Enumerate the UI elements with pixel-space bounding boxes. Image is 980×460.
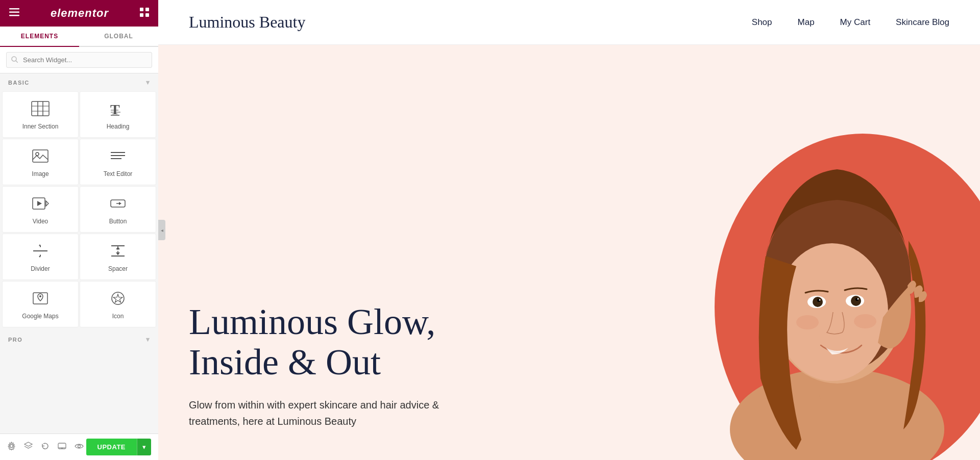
svg-point-40	[39, 295, 41, 297]
widget-button-label: Button	[109, 218, 127, 225]
svg-marker-43	[24, 442, 32, 446]
svg-rect-46	[61, 448, 63, 449]
svg-point-19	[36, 152, 39, 156]
svg-point-47	[78, 445, 81, 447]
svg-point-54	[813, 297, 823, 307]
widget-inner-section[interactable]: Inner Section	[2, 91, 79, 138]
svg-rect-0	[9, 8, 19, 10]
nav-link-blog[interactable]: Skincare Blog	[896, 17, 949, 27]
svg-marker-31	[39, 244, 41, 246]
hero-subtitle: Glow from within with expert skincare an…	[189, 397, 475, 429]
widget-divider-label: Divider	[31, 265, 50, 272]
widget-icon[interactable]: Icon	[80, 281, 156, 327]
widget-heading-label: Heading	[107, 123, 130, 130]
section-basic-label[interactable]: BASIC ▾	[0, 73, 158, 90]
layers-icon[interactable]	[24, 442, 33, 452]
site-preview: Luminous Beauty Shop Map My Cart Skincar…	[158, 0, 980, 460]
widget-spacer-label: Spacer	[108, 265, 128, 272]
woman-image	[694, 62, 980, 460]
svg-rect-18	[33, 150, 48, 162]
chevron-down-icon: ▾	[146, 79, 151, 86]
widget-text-editor-label: Text Editor	[104, 170, 133, 177]
search-icon	[11, 56, 18, 64]
widget-video[interactable]: Video	[2, 186, 79, 233]
svg-marker-28	[119, 202, 121, 205]
tab-elements[interactable]: ELEMENTS	[0, 27, 79, 47]
svg-rect-4	[145, 8, 149, 11]
responsive-icon[interactable]	[58, 442, 66, 452]
button-icon	[109, 196, 127, 214]
grid-icon[interactable]	[140, 8, 149, 19]
spacer-icon	[109, 243, 127, 261]
hero-image-area	[633, 45, 980, 460]
history-icon[interactable]	[41, 442, 50, 452]
svg-point-60	[857, 298, 859, 300]
hamburger-icon[interactable]	[9, 8, 19, 19]
widget-video-label: Video	[33, 218, 48, 225]
widget-text-editor[interactable]: Text Editor	[80, 139, 156, 185]
panel-bottom-bar: UPDATE ▾	[0, 433, 158, 460]
tab-global[interactable]: GLOBAL	[79, 27, 158, 46]
section-pro-text: PRO	[8, 337, 22, 343]
svg-marker-38	[116, 252, 120, 255]
elementor-panel: elementor ELEMENTS GLOBAL B	[0, 0, 158, 460]
svg-rect-2	[9, 15, 19, 16]
image-icon	[32, 148, 49, 166]
svg-marker-37	[116, 247, 120, 249]
nav-link-cart[interactable]: My Cart	[840, 17, 871, 27]
svg-text:T: T	[110, 101, 120, 116]
svg-point-61	[796, 315, 819, 329]
section-basic-text: BASIC	[8, 80, 30, 86]
svg-point-42	[10, 445, 13, 448]
svg-rect-9	[32, 101, 49, 116]
google-maps-icon	[32, 291, 49, 309]
svg-rect-39	[33, 293, 47, 304]
update-button-group: UPDATE ▾	[86, 439, 151, 455]
inner-section-icon	[31, 101, 50, 119]
panel-collapse-handle[interactable]: ◂	[158, 220, 165, 240]
svg-rect-1	[9, 11, 19, 13]
widget-heading[interactable]: T Heading	[80, 91, 156, 138]
hero-section: Luminous Glow, Inside & Out Glow from wi…	[158, 45, 980, 460]
svg-point-62	[854, 314, 876, 328]
widget-icon-label: Icon	[112, 313, 124, 320]
text-editor-icon	[109, 148, 127, 166]
search-input[interactable]	[6, 52, 152, 68]
widget-spacer[interactable]: Spacer	[80, 234, 156, 280]
widget-search-container	[0, 47, 158, 73]
bottom-icons-group	[7, 442, 84, 452]
svg-marker-25	[37, 201, 42, 206]
site-logo: Luminous Beauty	[189, 13, 305, 32]
svg-rect-6	[145, 13, 149, 17]
settings-icon[interactable]	[7, 442, 16, 452]
hero-content: Luminous Glow, Inside & Out Glow from wi…	[158, 302, 475, 429]
heading-icon: T	[109, 101, 127, 119]
panel-tabs: ELEMENTS GLOBAL	[0, 27, 158, 47]
video-icon	[32, 196, 49, 214]
svg-rect-5	[140, 13, 143, 17]
update-button[interactable]: UPDATE	[86, 439, 137, 455]
widget-image-label: Image	[32, 170, 48, 177]
panel-logo: elementor	[51, 7, 109, 20]
pro-chevron-down-icon: ▾	[146, 336, 151, 343]
widget-image[interactable]: Image	[2, 139, 79, 185]
svg-line-8	[16, 61, 18, 63]
site-navigation: Luminous Beauty Shop Map My Cart Skincar…	[158, 0, 980, 45]
nav-links: Shop Map My Cart Skincare Blog	[752, 17, 949, 28]
icon-widget-icon	[109, 291, 127, 309]
widget-button[interactable]: Button	[80, 186, 156, 233]
update-arrow-button[interactable]: ▾	[137, 439, 151, 455]
widget-google-maps[interactable]: Google Maps	[2, 281, 79, 327]
nav-link-map[interactable]: Map	[798, 17, 815, 27]
widget-grid-basic: Inner Section T Heading	[0, 90, 158, 328]
nav-link-shop[interactable]: Shop	[752, 17, 772, 27]
svg-marker-24	[46, 201, 48, 206]
svg-point-56	[819, 299, 821, 301]
divider-icon	[32, 243, 49, 261]
eye-icon[interactable]	[75, 443, 84, 452]
svg-point-58	[851, 296, 861, 306]
svg-point-52	[776, 243, 888, 381]
widget-divider[interactable]: Divider	[2, 234, 79, 280]
section-pro-label[interactable]: PRO ▾	[0, 330, 158, 348]
hero-title: Luminous Glow, Inside & Out	[189, 302, 475, 382]
